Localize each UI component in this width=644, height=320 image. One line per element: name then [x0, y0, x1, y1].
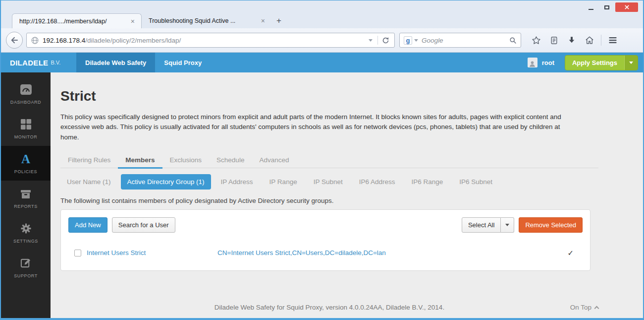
navigation-toolbar: 192.168.178.4/diladele/policy/2/members/… [1, 28, 643, 53]
page-footer: Diladele Web Safety for Squid Proxy, ver… [60, 303, 598, 312]
downloads-button[interactable] [563, 32, 581, 49]
members-toolbar: Add New Search for a User Select All Rem… [68, 217, 583, 233]
subtab-ip6-range[interactable]: IP6 Range [405, 174, 450, 190]
tab-close-icon[interactable]: × [128, 18, 137, 25]
minimize-button[interactable] [584, 2, 598, 12]
divider [377, 36, 378, 45]
apply-settings-dropdown[interactable] [624, 56, 638, 70]
dashboard-icon [20, 83, 32, 96]
tab-advanced[interactable]: Advanced [252, 152, 296, 168]
remove-selected-button[interactable]: Remove Selected [519, 217, 583, 233]
bookmark-star-button[interactable] [527, 32, 545, 49]
apply-settings-button[interactable]: Apply Settings [565, 56, 624, 70]
app-nav: Diladele Web Safety Squid Proxy [76, 53, 211, 72]
brand-suffix: B.V. [51, 60, 60, 65]
select-all-button[interactable]: Select All [462, 217, 501, 233]
download-arrow-icon [568, 36, 576, 44]
tab-filtering-rules[interactable]: Filtering Rules [60, 152, 118, 168]
subtab-ip-subnet[interactable]: IP Subnet [307, 174, 349, 190]
sidebar-item-settings[interactable]: SETTINGS [1, 215, 51, 250]
search-engine-dropdown[interactable] [414, 39, 418, 42]
url-bar[interactable]: 192.168.178.4/diladele/policy/2/members/… [26, 33, 395, 48]
bookmarks-menu-button[interactable] [545, 32, 563, 49]
page-title: Strict [60, 88, 643, 104]
add-new-button[interactable]: Add New [68, 217, 107, 233]
new-tab-button[interactable]: + [271, 16, 286, 28]
sidebar-item-monitor[interactable]: MONITOR [1, 111, 51, 146]
maximize-button[interactable] [599, 2, 614, 12]
on-top-link[interactable]: On Top [570, 304, 598, 311]
user-avatar-icon [528, 58, 537, 67]
monitor-grid-icon [20, 118, 32, 131]
star-icon [532, 36, 541, 45]
tab-schedule[interactable]: Schedule [209, 152, 252, 168]
maximize-icon [604, 5, 609, 9]
subtab-user-name[interactable]: User Name (1) [60, 174, 117, 190]
subtab-ip6-address[interactable]: IP6 Address [353, 174, 402, 190]
reload-button[interactable] [380, 37, 391, 44]
app-body: DASHBOARD MONITOR A POLICIES REPORTS [1, 72, 643, 318]
policy-tabs: Filtering Rules Members Exclusions Sched… [60, 152, 598, 168]
select-all-dropdown[interactable] [501, 217, 514, 233]
sidebar-item-policies[interactable]: A POLICIES [1, 146, 51, 181]
row-checkbox[interactable] [74, 250, 81, 256]
tab-members[interactable]: Members [118, 152, 162, 169]
window-controls [584, 2, 638, 12]
pencil-compose-icon [20, 257, 32, 270]
member-dn-link[interactable]: CN=Internet Users Strict,CN=Users,DC=dil… [217, 249, 567, 256]
browser-window: http://192.168..../members/ldap/ × Troub… [1, 0, 643, 318]
tab-exclusions[interactable]: Exclusions [162, 152, 210, 168]
app-header: DILADELE B.V. Diladele Web Safety Squid … [1, 53, 643, 72]
nav-diladele-web-safety[interactable]: Diladele Web Safety [76, 53, 155, 72]
url-path: /diladele/policy/2/members/ldap/ [85, 37, 181, 44]
select-all-group: Select All [462, 217, 514, 233]
divider [601, 35, 601, 46]
close-icon [624, 4, 630, 10]
policies-letter-icon: A [21, 153, 30, 166]
search-icon[interactable] [509, 37, 517, 44]
subtab-ip-range[interactable]: IP Range [263, 174, 304, 190]
subtab-ip6-subnet[interactable]: IP6 Subnet [453, 174, 499, 190]
google-logo-icon: g [404, 36, 412, 45]
minimize-icon [589, 9, 593, 10]
sidebar-item-reports[interactable]: REPORTS [1, 181, 51, 215]
url-text[interactable]: 192.168.178.4/diladele/policy/2/members/… [43, 37, 366, 44]
browser-tab-background[interactable]: Troubleshooting Squid Active ... × [142, 13, 271, 28]
reports-box-icon [20, 188, 32, 200]
sidebar-item-dashboard[interactable]: DASHBOARD [1, 76, 51, 111]
url-dropdown-button[interactable] [366, 39, 376, 42]
checked-icon: ✓ [567, 249, 574, 257]
gear-icon [20, 222, 32, 235]
main-content: Strict This policy was specifically desi… [51, 72, 643, 318]
search-placeholder[interactable]: Google [422, 37, 509, 44]
nav-squid-proxy[interactable]: Squid Proxy [155, 53, 211, 72]
sidebar-item-label: DASHBOARD [10, 100, 41, 105]
member-name-link[interactable]: Internet Users Strict [87, 249, 217, 256]
sidebar-item-label: MONITOR [14, 134, 38, 139]
sidebar: DASHBOARD MONITOR A POLICIES REPORTS [1, 72, 51, 318]
reload-icon [382, 37, 389, 44]
table-row: Internet Users Strict CN=Internet Users … [68, 249, 583, 257]
sidebar-item-label: SETTINGS [13, 239, 38, 244]
search-user-button[interactable]: Search for a User [112, 217, 175, 233]
subtab-active-directory-group[interactable]: Active Directory Group (1) [121, 174, 211, 190]
username[interactable]: root [542, 59, 554, 66]
home-button[interactable] [581, 32, 598, 49]
menu-button[interactable] [604, 32, 622, 49]
members-panel: Add New Search for a User Select All Rem… [60, 209, 590, 271]
brand-name: DILADELE [10, 59, 48, 67]
footer-text: Diladele Web Safety for Squid Proxy, ver… [215, 304, 444, 311]
search-bar[interactable]: g Google [399, 33, 521, 48]
browser-tab-current[interactable]: http://192.168..../members/ldap/ × [12, 13, 142, 28]
home-icon [585, 36, 594, 45]
sidebar-item-support[interactable]: SUPPORT [1, 250, 51, 285]
close-button[interactable] [615, 2, 638, 12]
chevron-down-icon [369, 39, 373, 42]
tab-bar: http://192.168..../members/ldap/ × Troub… [1, 13, 643, 28]
tab-close-icon[interactable]: × [259, 17, 268, 24]
subtab-ip-address[interactable]: IP Address [215, 174, 260, 190]
back-button[interactable] [6, 32, 23, 49]
sidebar-item-label: REPORTS [14, 204, 38, 209]
clipboard-icon [550, 36, 558, 45]
list-intro: The following list contains members of p… [60, 197, 643, 204]
